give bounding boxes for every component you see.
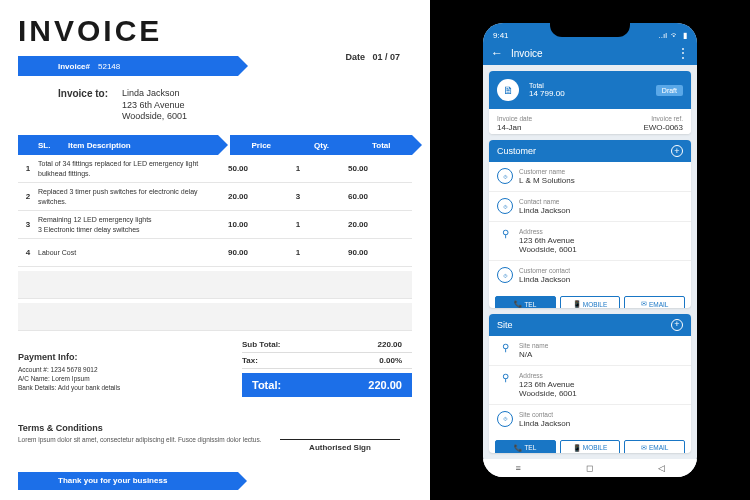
mobile-icon: 📱 <box>573 444 581 452</box>
pin-icon: ⚲ <box>497 342 513 353</box>
row-desc: Replaced 3 timer push switches for elect… <box>38 187 208 205</box>
tel-label: TEL <box>524 444 536 451</box>
mobile-label: MOBILE <box>583 444 608 451</box>
list-item[interactable]: ⟐ Contact nameLinda Jackson <box>489 191 691 221</box>
col-qty: Qty. <box>314 141 329 150</box>
document-icon: 🗎 <box>497 79 519 101</box>
row-total: 20.00 <box>328 220 388 229</box>
phone-frame: 9:41 ..ıl ᯤ ▮ ← Invoice ⋮ 🗎 To <box>475 15 705 485</box>
invoice-number-label: Invoice# <box>58 62 90 71</box>
row-total: 60.00 <box>328 192 388 201</box>
mobile-button[interactable]: 📱MOBILE <box>560 296 621 308</box>
nav-back-icon[interactable]: ◁ <box>658 463 665 473</box>
phone-area: 9:41 ..ıl ᯤ ▮ ← Invoice ⋮ 🗎 To <box>430 0 750 500</box>
person-icon: ⟐ <box>497 198 513 214</box>
col-desc: Item Description <box>68 141 131 150</box>
invoice-date: Date 01 / 07 <box>345 52 400 62</box>
row-sl: 2 <box>18 192 38 201</box>
site-name-value: N/A <box>519 350 548 359</box>
col-price: Price <box>251 141 271 150</box>
person-icon: ⟐ <box>497 267 513 283</box>
phone-notch <box>550 23 630 37</box>
list-item[interactable]: ⟐ Customer contactLinda Jackson <box>489 260 691 290</box>
person-icon: ⟐ <box>497 411 513 427</box>
phone-icon: 📞 <box>514 444 522 452</box>
total-label: Total <box>529 82 646 89</box>
site-addr-value: 123 6th Avenue Woodside, 6001 <box>519 380 577 398</box>
row-sl: 3 <box>18 220 38 229</box>
mobile-button[interactable]: 📱MOBILE <box>560 440 621 453</box>
nav-home-icon[interactable]: ◻ <box>586 463 593 473</box>
battery-icon: ▮ <box>683 31 687 40</box>
row-qty: 1 <box>268 164 328 173</box>
email-icon: ✉ <box>641 444 647 452</box>
row-desc: Labour Cost <box>38 248 208 257</box>
to-line1: 123 6th Avenue <box>122 100 187 112</box>
invoice-number-bar: Invoice# 52148 <box>18 56 238 76</box>
empty-row <box>18 271 412 299</box>
cust-contact-label: Contact name <box>519 198 570 205</box>
total-value: 220.00 <box>368 379 402 391</box>
inv-ref-label: Invoice ref. <box>593 115 683 122</box>
row-qty: 1 <box>268 220 328 229</box>
cust-contact2-label: Customer contact <box>519 267 570 274</box>
signature-line: Authorised Sign <box>280 439 400 452</box>
kebab-menu-icon[interactable]: ⋮ <box>677 46 689 60</box>
subtotal-label: Sub Total: <box>242 340 281 349</box>
totals-block: Sub Total:220.00 Tax:0.00% Total:220.00 <box>242 337 412 397</box>
list-item[interactable]: ⟐ Site contactLinda Jackson <box>489 404 691 434</box>
table-row: 2 Replaced 3 timer push switches for ele… <box>18 183 412 211</box>
table-row: 4 Labour Cost 90.00 1 90.00 <box>18 239 412 267</box>
tel-label: TEL <box>524 301 536 308</box>
tel-button[interactable]: 📞TEL <box>495 296 556 308</box>
pin-icon: ⚲ <box>497 372 513 383</box>
phone-icon: 📞 <box>514 300 522 308</box>
subtotal-value: 220.00 <box>378 340 402 349</box>
email-button[interactable]: ✉EMAIL <box>624 296 685 308</box>
row-qty: 1 <box>268 248 328 257</box>
table-row: 3 Remaining 12 LED emergency lights 3 El… <box>18 211 412 239</box>
total-amount: 14 799.00 <box>529 89 646 98</box>
list-item[interactable]: ⚲ Address123 6th Avenue Woodside, 6001 <box>489 365 691 404</box>
inv-date-value[interactable]: 14-Jan <box>497 123 587 132</box>
row-price: 50.00 <box>208 164 268 173</box>
add-site-icon[interactable]: + <box>671 319 683 331</box>
site-name-label: Site name <box>519 342 548 349</box>
pin-icon: ⚲ <box>497 228 513 239</box>
date-value: 01 / 07 <box>372 52 400 62</box>
site-contact-label: Site contact <box>519 411 570 418</box>
back-icon[interactable]: ← <box>491 46 503 60</box>
payment-info: Payment Info: Account #: 1234 5678 9012 … <box>18 352 198 392</box>
email-label: EMAIL <box>649 301 669 308</box>
terms-heading: Terms & Conditions <box>18 423 278 433</box>
list-item[interactable]: ⚲ Site nameN/A <box>489 336 691 365</box>
cust-name-label: Customer name <box>519 168 575 175</box>
email-button[interactable]: ✉EMAIL <box>624 440 685 453</box>
table-row: 1 Total of 34 fittings replaced for LED … <box>18 155 412 183</box>
tax-value: 0.00% <box>379 356 402 365</box>
row-total: 50.00 <box>328 164 388 173</box>
col-total: Total <box>372 141 391 150</box>
inv-date-label: Invoice date <box>497 115 587 122</box>
add-customer-icon[interactable]: + <box>671 145 683 157</box>
payment-heading: Payment Info: <box>18 352 198 362</box>
invoice-to-label: Invoice to: <box>58 88 108 123</box>
list-item[interactable]: ⟐ Customer nameL & M Solutions <box>489 162 691 191</box>
invoice-number: 52148 <box>98 62 120 71</box>
inv-ref-value[interactable]: EWO-0063 <box>593 123 683 132</box>
acname-label: A/C Name: <box>18 375 50 382</box>
site-heading: Site <box>497 320 513 330</box>
page-title: INVOICE <box>18 14 412 48</box>
site-contact-value: Linda Jackson <box>519 419 570 428</box>
row-price: 10.00 <box>208 220 268 229</box>
to-line2: Woodside, 6001 <box>122 111 187 123</box>
total-card: 🗎 Total 14 799.00 Draft Invoice date 14-… <box>489 71 691 134</box>
scroll-area[interactable]: 🗎 Total 14 799.00 Draft Invoice date 14-… <box>483 65 697 459</box>
tel-button[interactable]: 📞TEL <box>495 440 556 453</box>
nav-recent-icon[interactable]: ≡ <box>515 463 520 473</box>
date-label: Date <box>345 52 365 62</box>
terms-body: Lorem ipsum dolor sit amet, consectetur … <box>18 436 278 444</box>
col-sl: SL. <box>38 141 68 150</box>
tax-label: Tax: <box>242 356 258 365</box>
list-item[interactable]: ⚲ Address123 6th Avenue Woodside, 6001 <box>489 221 691 260</box>
